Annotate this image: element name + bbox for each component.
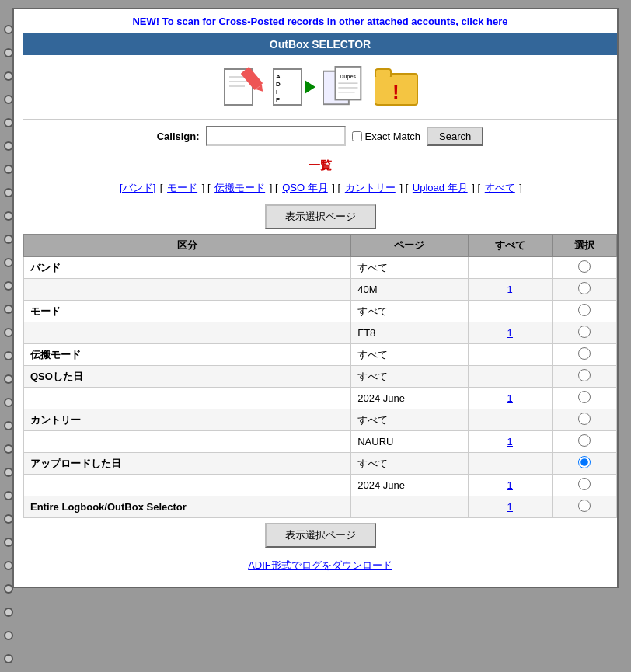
filter-mode[interactable]: モード xyxy=(167,182,197,193)
svg-text:D: D xyxy=(276,81,281,88)
count-link[interactable]: 1 xyxy=(507,436,513,447)
category-cell xyxy=(24,475,351,496)
all-count-cell xyxy=(468,344,552,366)
row-radio-9[interactable] xyxy=(578,456,591,468)
count-link[interactable]: 1 xyxy=(507,392,513,404)
notice-link[interactable]: click here xyxy=(462,16,508,27)
radio-cell[interactable] xyxy=(552,301,616,322)
all-count-cell[interactable]: 1 xyxy=(468,279,552,301)
radio-cell[interactable] xyxy=(552,322,616,344)
row-radio-0[interactable] xyxy=(578,260,591,273)
radio-cell[interactable] xyxy=(552,453,616,475)
spiral-ring xyxy=(4,328,13,337)
search-button[interactable]: Search xyxy=(427,127,483,146)
spiral-ring xyxy=(4,351,13,360)
filter-propmode[interactable]: 伝搬モード xyxy=(214,182,265,193)
row-radio-4[interactable] xyxy=(578,347,591,360)
page-cell: 2024 June xyxy=(351,388,468,409)
edit-icon[interactable] xyxy=(221,64,266,110)
count-link[interactable]: 1 xyxy=(507,501,513,513)
spiral-ring xyxy=(4,514,13,524)
table-row: カントリーすべて xyxy=(24,409,617,431)
spiral-ring xyxy=(4,608,13,617)
filter-qso-year[interactable]: QSO 年月 xyxy=(282,182,328,193)
folder-warning-icon[interactable]: ! xyxy=(375,64,420,110)
count-link[interactable]: 1 xyxy=(507,284,513,295)
radio-cell[interactable] xyxy=(552,475,616,496)
col-header-category: 区分 xyxy=(24,235,351,257)
filter-all[interactable]: すべて xyxy=(485,182,515,193)
dupes-icon[interactable]: Dupes xyxy=(323,64,368,110)
spiral-ring xyxy=(4,188,13,197)
page-cell: すべて xyxy=(351,453,468,475)
radio-cell[interactable] xyxy=(552,431,616,453)
all-count-cell[interactable]: 1 xyxy=(468,322,552,344)
filter-band[interactable]: [バンド] xyxy=(120,182,155,193)
row-radio-5[interactable] xyxy=(578,369,591,381)
top-select-page-button[interactable]: 表示選択ページ xyxy=(265,204,376,229)
row-radio-7[interactable] xyxy=(578,413,591,425)
row-radio-11[interactable] xyxy=(578,500,591,512)
page-cell: すべて xyxy=(351,409,468,431)
svg-text:I: I xyxy=(276,89,277,96)
spiral-ring xyxy=(4,25,13,34)
category-cell: アップロードした日 xyxy=(24,453,351,475)
row-radio-2[interactable] xyxy=(578,304,591,316)
edit-icon-svg xyxy=(223,66,263,108)
row-radio-8[interactable] xyxy=(578,434,591,447)
callsign-label: Callsign: xyxy=(157,131,200,142)
all-count-cell[interactable]: 1 xyxy=(468,475,552,496)
spiral-ring xyxy=(4,398,13,407)
page-cell: すべて xyxy=(351,257,468,279)
bottom-select-page-button[interactable]: 表示選択ページ xyxy=(265,523,376,548)
radio-cell[interactable] xyxy=(552,257,616,279)
spiral-ring xyxy=(4,631,13,640)
count-link[interactable]: 1 xyxy=(507,479,513,491)
spiral-ring xyxy=(4,584,13,594)
toolbar: A D I F Dupes xyxy=(23,55,617,120)
all-count-cell xyxy=(468,301,552,322)
category-cell xyxy=(24,388,351,409)
radio-cell[interactable] xyxy=(552,496,616,518)
callsign-input[interactable] xyxy=(206,126,346,146)
exact-match-checkbox[interactable] xyxy=(352,131,362,141)
radio-cell[interactable] xyxy=(552,409,616,431)
category-cell xyxy=(24,431,351,453)
spiral-ring xyxy=(4,654,13,663)
table-row: バンドすべて xyxy=(24,257,617,279)
table-row: NAURU1 xyxy=(24,431,617,453)
spiral-ring xyxy=(4,258,13,267)
filter-upload-year[interactable]: Upload 年月 xyxy=(413,182,468,193)
row-radio-3[interactable] xyxy=(578,326,591,338)
folder-icon-svg: ! xyxy=(375,66,419,108)
count-link[interactable]: 1 xyxy=(507,327,513,339)
spiral-ring xyxy=(4,95,13,104)
search-row: Callsign: Exact Match Search xyxy=(23,120,617,152)
radio-cell[interactable] xyxy=(552,344,616,366)
main-table: 区分 ページ すべて 選択 バンドすべて40M1モードすべてFT81伝搬モードす… xyxy=(23,234,617,518)
row-radio-10[interactable] xyxy=(578,478,591,490)
row-radio-1[interactable] xyxy=(578,282,591,294)
table-row: QSOした日すべて xyxy=(24,366,617,388)
filter-country[interactable]: カントリー xyxy=(345,182,396,193)
all-count-cell xyxy=(468,409,552,431)
table-row: モードすべて xyxy=(24,301,617,322)
radio-cell[interactable] xyxy=(552,388,616,409)
row-radio-6[interactable] xyxy=(578,391,591,403)
radio-cell[interactable] xyxy=(552,279,616,301)
spiral-ring xyxy=(4,141,13,151)
download-adif-link[interactable]: ADIF形式でログをダウンロード xyxy=(248,559,392,571)
category-cell: バンド xyxy=(24,257,351,279)
radio-cell[interactable] xyxy=(552,366,616,388)
all-count-cell[interactable]: 1 xyxy=(468,388,552,409)
spiral-ring xyxy=(4,561,13,570)
page-header: OutBox SELECTOR xyxy=(23,33,617,55)
adif-export-icon[interactable]: A D I F xyxy=(272,64,317,110)
page-cell: 40M xyxy=(351,279,468,301)
all-count-cell[interactable]: 1 xyxy=(468,431,552,453)
all-count-cell[interactable]: 1 xyxy=(468,496,552,518)
page-cell: すべて xyxy=(351,301,468,322)
content-area: NEW! To scan for Cross-Posted records in… xyxy=(23,9,617,587)
col-header-page: ページ xyxy=(351,235,468,257)
category-cell: 伝搬モード xyxy=(24,344,351,366)
